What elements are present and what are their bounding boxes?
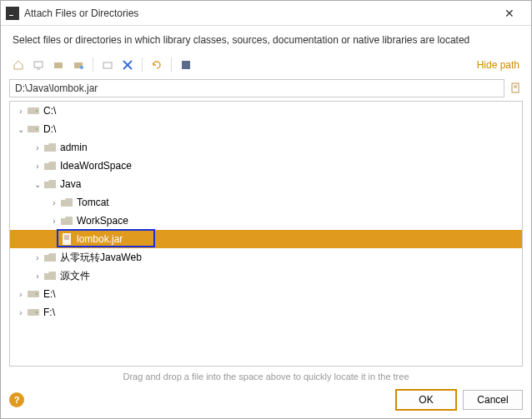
path-input[interactable] bbox=[9, 79, 504, 97]
titlebar: Attach Files or Directories ✕ bbox=[1, 1, 531, 26]
tree-row[interactable]: ›WorkSpace bbox=[10, 212, 522, 230]
svg-rect-10 bbox=[182, 61, 190, 69]
jar-icon bbox=[60, 233, 73, 245]
history-icon[interactable] bbox=[508, 81, 523, 96]
tree-row[interactable]: ›IdeaWordSpace bbox=[10, 157, 522, 175]
tree-row[interactable]: ›F:\ bbox=[10, 303, 522, 322]
tree-item-label: Java bbox=[60, 178, 81, 190]
chevron-right-icon[interactable]: › bbox=[15, 308, 27, 317]
tree-row[interactable]: ›admin bbox=[10, 138, 522, 157]
refresh-icon[interactable] bbox=[148, 56, 166, 74]
tree-item-label: IdeaWordSpace bbox=[60, 160, 132, 172]
new-folder-icon[interactable] bbox=[98, 56, 117, 74]
svg-point-18 bbox=[36, 128, 38, 130]
chevron-down-icon[interactable]: ⌄ bbox=[15, 125, 27, 134]
toolbar-separator bbox=[93, 57, 93, 72]
toolbar-separator bbox=[171, 57, 172, 72]
folder-icon bbox=[43, 160, 57, 172]
hide-path-link[interactable]: Hide path bbox=[477, 59, 523, 71]
tree-row[interactable]: ⌄D:\ bbox=[10, 120, 522, 138]
module-icon[interactable] bbox=[69, 56, 88, 74]
tree-item-label: C:\ bbox=[43, 105, 56, 117]
drive-icon bbox=[27, 307, 40, 318]
tree-item-label: 源文件 bbox=[60, 269, 90, 283]
app-icon bbox=[6, 7, 19, 20]
drive-icon bbox=[27, 123, 40, 135]
project-icon[interactable] bbox=[49, 56, 68, 74]
chevron-right-icon[interactable]: › bbox=[32, 253, 43, 262]
show-hidden-icon[interactable] bbox=[177, 56, 195, 74]
drive-icon bbox=[27, 288, 40, 300]
tree-row[interactable]: ⌄Java bbox=[10, 175, 522, 193]
desktop-icon[interactable] bbox=[29, 56, 48, 74]
tree-row[interactable]: ›C:\ bbox=[10, 102, 522, 120]
folder-icon bbox=[43, 142, 57, 153]
svg-rect-2 bbox=[34, 62, 43, 67]
svg-point-24 bbox=[36, 293, 38, 295]
dialog-subtitle: Select files or directories in which lib… bbox=[1, 26, 531, 52]
svg-rect-4 bbox=[54, 62, 63, 68]
close-icon[interactable]: ✕ bbox=[493, 7, 526, 20]
chevron-right-icon[interactable]: › bbox=[32, 272, 43, 281]
svg-rect-0 bbox=[8, 9, 17, 17]
tree-row[interactable]: ›Tomcat bbox=[10, 193, 522, 212]
delete-icon[interactable] bbox=[118, 56, 137, 74]
folder-icon bbox=[60, 197, 73, 208]
chevron-right-icon[interactable]: › bbox=[48, 217, 60, 226]
chevron-right-icon[interactable]: › bbox=[48, 198, 60, 207]
tree-item-label: lombok.jar bbox=[77, 233, 123, 245]
chevron-right-icon[interactable]: › bbox=[15, 290, 27, 299]
folder-icon bbox=[43, 270, 57, 282]
chevron-right-icon[interactable]: › bbox=[32, 162, 43, 171]
file-tree[interactable]: ›C:\⌄D:\›admin›IdeaWordSpace⌄Java›Tomcat… bbox=[9, 101, 523, 367]
footer: ? OK Cancel bbox=[1, 383, 531, 418]
chevron-right-icon[interactable]: › bbox=[15, 107, 27, 116]
tree-item-label: WorkSpace bbox=[77, 215, 128, 227]
tree-item-label: F:\ bbox=[43, 307, 55, 318]
toolbar-separator bbox=[142, 57, 143, 72]
help-icon[interactable]: ? bbox=[9, 392, 24, 407]
cancel-button[interactable]: Cancel bbox=[463, 390, 523, 410]
chevron-down-icon[interactable]: ⌄ bbox=[32, 180, 43, 189]
tree-item-label: Tomcat bbox=[77, 197, 109, 208]
chevron-right-icon[interactable]: › bbox=[32, 143, 43, 152]
tree-item-label: E:\ bbox=[43, 288, 56, 300]
path-row bbox=[1, 77, 531, 101]
tree-row[interactable]: ›E:\ bbox=[10, 285, 522, 303]
tree-row-selected[interactable]: lombok.jar bbox=[10, 230, 522, 248]
toolbar: Hide path bbox=[1, 52, 531, 77]
svg-rect-1 bbox=[9, 15, 13, 16]
folder-icon bbox=[43, 252, 57, 263]
drive-icon bbox=[27, 105, 40, 117]
window-title: Attach Files or Directories bbox=[24, 7, 493, 19]
home-icon[interactable] bbox=[9, 56, 28, 74]
tree-item-label: admin bbox=[60, 142, 88, 153]
svg-point-16 bbox=[36, 110, 38, 112]
svg-point-6 bbox=[80, 66, 83, 69]
folder-icon bbox=[60, 215, 73, 227]
tree-row[interactable]: ›源文件 bbox=[10, 267, 522, 285]
tree-item-label: 从零玩转JavaWeb bbox=[60, 251, 142, 265]
tree-row[interactable]: ›从零玩转JavaWeb bbox=[10, 248, 522, 267]
drop-hint: Drag and drop a file into the space abov… bbox=[1, 367, 531, 383]
ok-button[interactable]: OK bbox=[396, 390, 456, 410]
svg-rect-7 bbox=[103, 62, 112, 68]
folder-icon bbox=[43, 178, 57, 190]
svg-point-26 bbox=[36, 312, 38, 313]
tree-item-label: D:\ bbox=[43, 123, 56, 135]
